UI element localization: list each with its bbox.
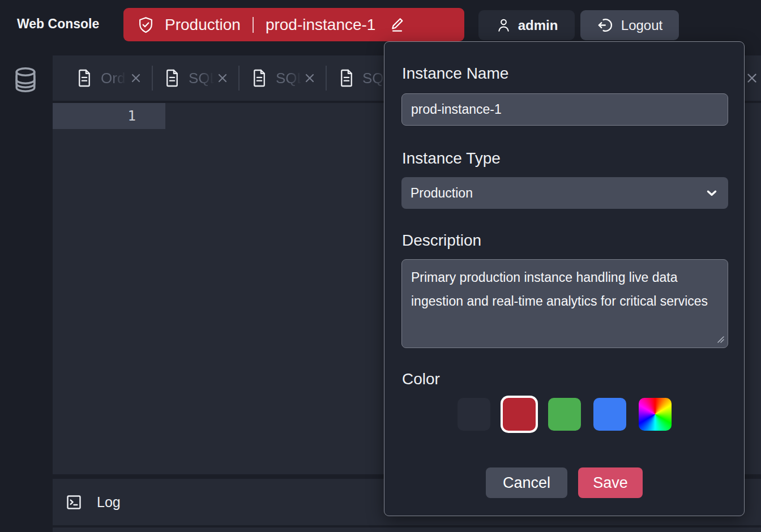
color-swatch-red[interactable] xyxy=(503,398,536,431)
instance-type-value: Production xyxy=(411,186,473,201)
terminal-icon xyxy=(65,494,83,511)
line-number: 1 xyxy=(128,108,136,124)
file-icon[interactable] xyxy=(339,68,354,88)
instance-badge[interactable]: Production prod-instance-1 xyxy=(123,8,464,41)
tab-label[interactable]: SQL xyxy=(189,70,216,87)
edit-pencil-icon[interactable] xyxy=(390,16,407,33)
tab-close-icon[interactable] xyxy=(745,71,759,85)
log-label: Log xyxy=(97,494,121,510)
user-icon xyxy=(495,17,512,33)
color-swatch-rainbow[interactable] xyxy=(639,398,672,431)
file-icon[interactable] xyxy=(164,68,180,88)
tab-close-icon[interactable] xyxy=(216,71,229,85)
color-swatch-default[interactable] xyxy=(458,398,490,431)
logout-icon xyxy=(597,16,614,34)
page-title: Web Console xyxy=(17,16,99,32)
instance-type-label: Instance Type xyxy=(402,149,501,168)
color-swatch-blue[interactable] xyxy=(593,398,626,431)
bottom-strip xyxy=(53,527,761,532)
color-swatch-green[interactable] xyxy=(548,398,581,431)
tab-close-icon[interactable] xyxy=(303,71,317,85)
tab-label[interactable]: Ord xyxy=(101,70,128,87)
modal-button-row: Cancel Save xyxy=(384,467,744,498)
database-icon[interactable] xyxy=(14,65,37,95)
instance-settings-modal: Instance Name Instance Type Production D… xyxy=(384,41,745,516)
description-label: Description xyxy=(402,231,481,250)
shield-check-icon xyxy=(137,15,155,35)
tab-label[interactable]: SQL xyxy=(276,70,303,87)
user-chip[interactable]: admin xyxy=(478,10,575,40)
logout-button[interactable]: Logout xyxy=(580,10,679,40)
badge-separator xyxy=(253,17,254,33)
tab-divider xyxy=(152,66,153,91)
file-icon[interactable] xyxy=(251,68,267,88)
instance-type-badge-label: Production xyxy=(165,16,241,34)
cancel-button[interactable]: Cancel xyxy=(486,467,567,498)
chevron-down-icon xyxy=(704,186,719,200)
file-icon[interactable] xyxy=(76,68,92,88)
instance-type-select[interactable]: Production xyxy=(401,177,728,209)
instance-name-badge-label: prod-instance-1 xyxy=(266,16,376,34)
editor-active-line: 1 xyxy=(53,103,165,129)
tab-close-icon[interactable] xyxy=(129,71,143,85)
instance-name-input[interactable] xyxy=(401,93,728,126)
description-textarea[interactable]: Primary production instance handling liv… xyxy=(401,259,728,348)
tab-divider xyxy=(326,66,327,91)
instance-name-label: Instance Name xyxy=(402,64,508,83)
logout-label: Logout xyxy=(621,18,662,33)
tab-divider xyxy=(238,66,240,91)
user-name: admin xyxy=(518,18,558,33)
color-label: Color xyxy=(402,370,440,389)
color-swatch-row xyxy=(384,398,744,431)
save-button[interactable]: Save xyxy=(578,467,643,498)
